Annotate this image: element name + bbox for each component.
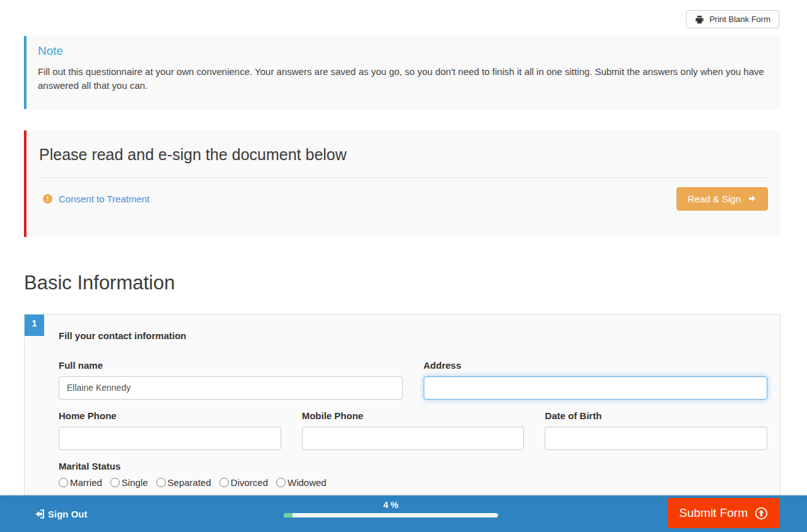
- section-title: Fill your contact information: [59, 330, 767, 341]
- arrow-right-icon: [748, 194, 757, 203]
- marital-option-widowed[interactable]: Widowed: [276, 477, 327, 488]
- address-group: Address: [424, 360, 768, 400]
- print-blank-form-button[interactable]: Print Blank Form: [686, 10, 779, 28]
- marital-status-options: Married Single Separated Divorced Widowe…: [59, 477, 767, 488]
- consent-document-link[interactable]: Consent to Treatment: [59, 194, 149, 204]
- esign-document-row: ! Consent to Treatment Read & Sign: [38, 178, 768, 211]
- arrow-up-circle-icon: [755, 507, 768, 520]
- page-title: Basic Information: [24, 272, 807, 294]
- marital-radio-single[interactable]: [110, 478, 120, 487]
- esign-title: Please read and e-sign the document belo…: [39, 146, 768, 164]
- note-panel: Note Fill out this questionnaire at your…: [24, 36, 781, 109]
- address-label: Address: [424, 360, 768, 371]
- date-of-birth-label: Date of Birth: [545, 410, 767, 421]
- marital-option-label: Separated: [168, 477, 211, 488]
- footer-bar: Sign Out 4 % Submit Form: [0, 495, 807, 532]
- form-row-2: Home Phone Mobile Phone Date of Birth: [59, 410, 767, 450]
- printer-icon: [695, 15, 704, 24]
- note-title: Note: [38, 44, 767, 58]
- date-of-birth-group: Date of Birth: [545, 410, 767, 450]
- marital-radio-married[interactable]: [59, 478, 68, 487]
- mobile-phone-input[interactable]: [302, 427, 525, 450]
- section-1-panel: 1 Fill your contact information Full nam…: [24, 314, 781, 526]
- marital-radio-divorced[interactable]: [219, 478, 229, 487]
- date-of-birth-input[interactable]: [545, 427, 767, 450]
- marital-option-married[interactable]: Married: [59, 477, 102, 488]
- section-number-badge: 1: [25, 315, 44, 336]
- print-blank-form-label: Print Blank Form: [709, 14, 770, 24]
- sign-out-button[interactable]: Sign Out: [35, 509, 88, 519]
- full-name-group: Full name: [59, 360, 403, 400]
- toolbar: Print Blank Form: [0, 0, 807, 28]
- home-phone-input[interactable]: [59, 427, 281, 450]
- address-input[interactable]: [424, 376, 768, 400]
- progress-percent-label: 4 %: [284, 500, 498, 510]
- progress-track: [284, 513, 498, 518]
- marital-option-single[interactable]: Single: [110, 477, 148, 488]
- marital-option-label: Single: [122, 477, 148, 488]
- read-and-sign-button[interactable]: Read & Sign: [676, 187, 768, 211]
- warning-icon: !: [43, 194, 52, 204]
- submit-form-button[interactable]: Submit Form: [668, 498, 779, 528]
- marital-option-label: Widowed: [287, 477, 327, 488]
- marital-radio-separated[interactable]: [156, 478, 166, 487]
- document-link-wrap: ! Consent to Treatment: [38, 194, 149, 204]
- form-row-1: Full name Address: [59, 360, 767, 400]
- marital-option-divorced[interactable]: Divorced: [219, 477, 268, 488]
- full-name-input[interactable]: [59, 376, 403, 400]
- full-name-label: Full name: [59, 360, 403, 371]
- marital-status-group: Marital Status Married Single Separated …: [59, 461, 767, 488]
- mobile-phone-group: Mobile Phone: [302, 410, 525, 450]
- note-body: Fill out this questionnaire at your own …: [38, 65, 767, 93]
- mobile-phone-label: Mobile Phone: [302, 410, 525, 421]
- sign-out-icon: [35, 509, 45, 519]
- progress-fill: [284, 513, 293, 518]
- marital-status-label: Marital Status: [59, 461, 767, 471]
- marital-option-label: Divorced: [231, 477, 268, 488]
- esign-panel: Please read and e-sign the document belo…: [24, 130, 781, 237]
- progress-indicator: 4 %: [284, 500, 498, 518]
- home-phone-group: Home Phone: [59, 410, 281, 450]
- marital-option-separated[interactable]: Separated: [156, 477, 211, 488]
- marital-option-label: Married: [70, 477, 102, 488]
- marital-radio-widowed[interactable]: [276, 478, 286, 487]
- read-and-sign-label: Read & Sign: [688, 194, 741, 204]
- sign-out-label: Sign Out: [48, 509, 88, 519]
- home-phone-label: Home Phone: [59, 410, 281, 421]
- submit-form-label: Submit Form: [679, 506, 748, 520]
